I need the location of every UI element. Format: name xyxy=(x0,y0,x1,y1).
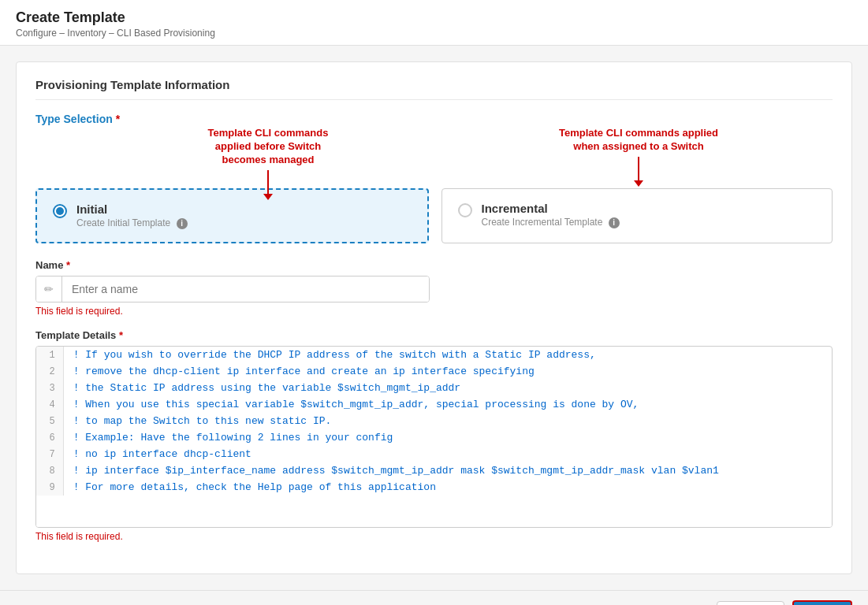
template-details-section: Template Details * 1! If you wish to ove… xyxy=(35,329,833,542)
code-editor[interactable]: 1! If you wish to override the DHCP IP a… xyxy=(35,346,833,528)
code-line: 5! to map the Switch to this new static … xyxy=(36,413,832,429)
code-line: 1! If you wish to override the DHCP IP a… xyxy=(36,347,832,363)
type-card-incremental-content: Incremental Create Incremental Template … xyxy=(482,202,620,228)
name-error: This field is required. xyxy=(35,306,833,317)
footer-buttons: Cancel Save xyxy=(0,590,868,605)
page-header: Create Template Configure – Inventory – … xyxy=(0,0,868,46)
code-line: 9! For more details, check the Help page… xyxy=(36,479,832,496)
name-input-wrapper: ✏ xyxy=(35,276,430,302)
type-cards: Initial Create Initial Template i Increm… xyxy=(35,188,833,243)
code-editor-footer xyxy=(36,496,832,527)
pencil-icon: ✏ xyxy=(36,277,62,302)
radio-incremental[interactable] xyxy=(458,203,472,217)
arrow-left xyxy=(193,170,343,200)
template-details-label: Template Details * xyxy=(35,329,833,341)
type-card-initial-content: Initial Create Initial Template i xyxy=(76,202,188,229)
page-title: Create Template xyxy=(16,9,852,26)
code-line: 3! the Static IP address using the varia… xyxy=(36,380,832,396)
type-selection-section: Type Selection * Template CLI commands a… xyxy=(35,113,833,243)
arrow-right xyxy=(556,157,721,187)
type-card-incremental[interactable]: Incremental Create Incremental Template … xyxy=(441,188,833,243)
code-line: 8! ip interface $ip_interface_name addre… xyxy=(36,462,832,479)
type-selection-label: Type Selection * xyxy=(35,113,833,125)
name-field-section: Name * ✏ This field is required. xyxy=(35,259,833,317)
code-line: 2! remove the dhcp-client ip interface a… xyxy=(36,363,832,380)
template-error: This field is required. xyxy=(35,531,833,542)
annotation-left: Template CLI commands applied before Swi… xyxy=(193,127,343,200)
main-content: Provisioning Template Information Type S… xyxy=(0,46,868,590)
incremental-info-icon[interactable]: i xyxy=(609,217,620,228)
initial-info-icon[interactable]: i xyxy=(177,218,188,229)
radio-initial[interactable] xyxy=(53,204,67,218)
code-line: 6! Example: Have the following 2 lines i… xyxy=(36,429,832,446)
code-line: 4! When you use this special variable $s… xyxy=(36,396,832,413)
name-input[interactable] xyxy=(62,277,429,302)
breadcrumb: Configure – Inventory – CLI Based Provis… xyxy=(16,28,852,39)
code-lines: 1! If you wish to override the DHCP IP a… xyxy=(36,347,832,496)
save-button[interactable]: Save xyxy=(792,600,852,605)
name-field-label: Name * xyxy=(35,259,833,271)
form-card: Provisioning Template Information Type S… xyxy=(16,61,852,574)
card-title: Provisioning Template Information xyxy=(35,78,833,100)
cancel-button[interactable]: Cancel xyxy=(717,601,784,605)
code-line: 7! no ip interface dhcp-client xyxy=(36,446,832,462)
annotation-right: Template CLI commands applied when assig… xyxy=(556,127,721,187)
